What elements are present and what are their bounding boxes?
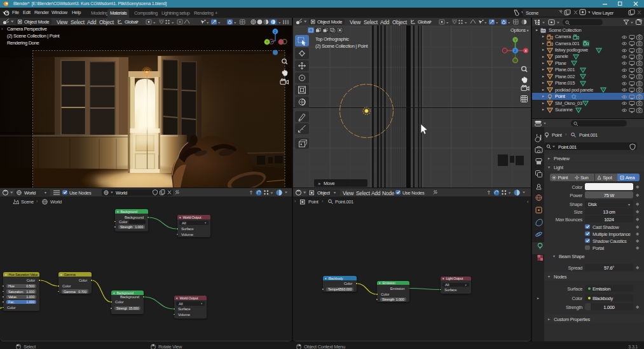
- svg-text:Move: Move: [324, 181, 335, 186]
- svg-text:▸: ▸: [319, 181, 321, 186]
- svg-text:X: X: [524, 49, 527, 53]
- svg-text:Y: Y: [514, 38, 517, 42]
- svg-text:Y: Y: [266, 40, 268, 44]
